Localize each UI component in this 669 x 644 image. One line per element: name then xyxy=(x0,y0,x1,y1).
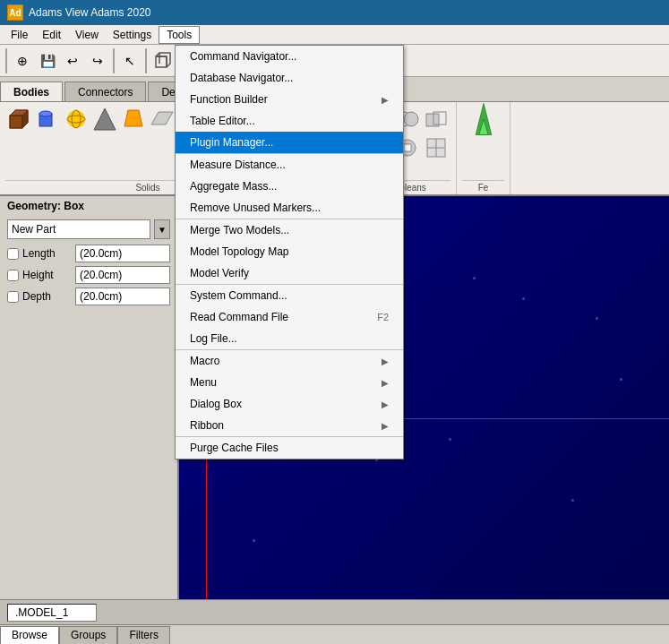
ribbon-torus-icon[interactable] xyxy=(91,106,118,133)
menu-menu[interactable]: Menu ▶ xyxy=(176,372,403,393)
menu-purge-cache-files-label: Purge Cache Files xyxy=(190,442,279,454)
menu-plugin-manager-label: Plugin Manager... xyxy=(190,136,273,149)
tab-bodies[interactable]: Bodies xyxy=(0,82,63,101)
menu-edit[interactable]: Edit xyxy=(35,27,68,43)
menu-plugin-manager[interactable]: Plugin Manager... xyxy=(176,132,403,153)
menu-view[interactable]: View xyxy=(68,27,106,43)
model-name: .MODEL_1 xyxy=(7,604,97,622)
menu-function-builder-arrow: ▶ xyxy=(382,95,389,105)
menu-settings[interactable]: Settings xyxy=(106,27,159,43)
menu-remove-unused-markers[interactable]: Remove Unused Markers... xyxy=(176,197,403,219)
dropdown-menu: Command Navigator... Database Navigator.… xyxy=(175,45,404,459)
menu-table-editor[interactable]: Table Editor... xyxy=(176,110,403,132)
menu-group-5: Macro ▶ Menu ▶ Dialog Box ▶ Ribbon ▶ xyxy=(176,350,403,437)
menu-model-topology-map[interactable]: Model Topology Map xyxy=(176,241,403,262)
tab-connectors[interactable]: Connectors xyxy=(64,82,146,101)
menu-purge-cache-files[interactable]: Purge Cache Files xyxy=(176,437,403,459)
svg-point-50 xyxy=(404,112,418,126)
ribbon-plate-icon[interactable] xyxy=(149,106,176,133)
toolbar-new-btn[interactable]: ⊕ xyxy=(11,49,34,73)
svg-rect-56 xyxy=(404,144,411,151)
length-label: Length xyxy=(22,247,72,260)
menu-measure-distance-label: Measure Distance... xyxy=(190,159,286,171)
svg-marker-37 xyxy=(151,112,173,125)
depth-field-row: Depth (20.0cm) xyxy=(0,286,177,307)
bottom-tab-groups[interactable]: Groups xyxy=(59,626,117,644)
menu-dialog-box[interactable]: Dialog Box ▶ xyxy=(176,393,403,415)
menu-macro[interactable]: Macro ▶ xyxy=(176,350,403,372)
menu-aggregate-mass-label: Aggregate Mass... xyxy=(190,180,277,193)
height-field-row: Height (20.0cm) xyxy=(0,264,177,286)
menu-system-command-label: System Command... xyxy=(190,289,287,302)
bottom-tabs: Browse Groups Filters xyxy=(0,624,669,644)
menu-system-command[interactable]: System Command... xyxy=(176,285,403,306)
length-field-row: Length (20.0cm) xyxy=(0,243,177,264)
menu-remove-unused-markers-label: Remove Unused Markers... xyxy=(190,202,321,214)
menu-log-file-label: Log File... xyxy=(190,332,237,345)
toolbar-separator-3 xyxy=(145,48,147,73)
toolbar-separator-1 xyxy=(5,48,7,73)
menu-group-2: Measure Distance... Aggregate Mass... Re… xyxy=(176,154,403,219)
ribbon-sphere-icon[interactable] xyxy=(63,106,90,133)
svg-point-32 xyxy=(67,110,85,128)
ribbon-bool3-icon[interactable] xyxy=(423,106,450,133)
part-dropdown[interactable]: New Part xyxy=(7,219,150,239)
toolbar-save-btn[interactable]: 💾 xyxy=(36,49,59,73)
toolbar-select-btn[interactable]: ↖ xyxy=(118,49,142,73)
menu-group-6: Purge Cache Files xyxy=(176,437,403,459)
length-checkbox[interactable] xyxy=(7,248,19,260)
menu-ribbon-label: Ribbon xyxy=(190,419,224,432)
menu-read-command-file[interactable]: Read Command File F2 xyxy=(176,306,403,328)
menu-file[interactable]: File xyxy=(4,27,35,43)
menu-merge-two-models-label: Merge Two Models... xyxy=(190,224,289,236)
ribbon-frustum-icon[interactable] xyxy=(120,106,147,133)
menu-table-editor-label: Table Editor... xyxy=(190,115,255,127)
bottom-tab-filters[interactable]: Filters xyxy=(117,626,170,644)
menu-database-navigator-label: Database Navigator... xyxy=(190,72,293,84)
svg-marker-35 xyxy=(94,108,116,130)
svg-marker-36 xyxy=(124,110,142,126)
menu-aggregate-mass[interactable]: Aggregate Mass... xyxy=(176,176,403,197)
geometry-label: Geometry: Box xyxy=(0,196,177,216)
menu-tools[interactable]: Tools xyxy=(159,26,200,44)
menu-group-1: Command Navigator... Database Navigator.… xyxy=(176,46,403,154)
menu-log-file[interactable]: Log File... xyxy=(176,328,403,349)
menu-model-verify[interactable]: Model Verify xyxy=(176,262,403,284)
menu-database-navigator[interactable]: Database Navigator... xyxy=(176,67,403,89)
toolbar-undo-btn[interactable]: ↩ xyxy=(61,49,84,73)
menu-ribbon-arrow: ▶ xyxy=(382,421,389,431)
ribbon-feature-icon[interactable] xyxy=(470,106,497,133)
height-value[interactable]: (20.0cm) xyxy=(75,266,170,284)
ribbon-bool6-icon[interactable] xyxy=(423,134,450,161)
ribbon-box-icon[interactable] xyxy=(5,106,32,133)
part-dropdown-arrow[interactable]: ▼ xyxy=(154,219,170,239)
ribbon-features-label: Fe xyxy=(462,180,504,193)
ribbon-section-features: Fe xyxy=(457,102,510,194)
toolbar-separator-2 xyxy=(113,48,115,73)
menu-command-navigator-label: Command Navigator... xyxy=(190,50,296,63)
depth-label: Depth xyxy=(22,290,72,303)
length-value[interactable]: (20.0cm) xyxy=(75,245,170,262)
ribbon-cylinder-icon[interactable] xyxy=(34,106,61,133)
menu-function-builder[interactable]: Function Builder ▶ xyxy=(176,89,403,110)
menu-measure-distance[interactable]: Measure Distance... xyxy=(176,154,403,176)
menu-macro-arrow: ▶ xyxy=(382,356,389,366)
toolbar-cube-btn[interactable] xyxy=(150,49,174,73)
menu-command-navigator[interactable]: Command Navigator... xyxy=(176,46,403,67)
depth-value[interactable]: (20.0cm) xyxy=(75,288,170,305)
height-label: Height xyxy=(22,269,72,281)
menu-ribbon[interactable]: Ribbon ▶ xyxy=(176,415,403,436)
menu-function-builder-label: Function Builder xyxy=(190,93,268,106)
height-checkbox[interactable] xyxy=(7,270,19,281)
bottom-tab-browse[interactable]: Browse xyxy=(0,626,59,644)
toolbar-redo-btn[interactable]: ↪ xyxy=(86,49,109,73)
menu-read-command-file-shortcut: F2 xyxy=(377,312,389,322)
svg-point-31 xyxy=(39,111,52,116)
depth-checkbox[interactable] xyxy=(7,291,19,303)
menu-merge-two-models[interactable]: Merge Two Models... xyxy=(176,219,403,241)
menu-bar: File Edit View Settings Tools xyxy=(0,25,669,45)
menu-model-topology-map-label: Model Topology Map xyxy=(190,245,289,258)
menu-group-4: System Command... Read Command File F2 L… xyxy=(176,285,403,350)
app-title: Adams View Adams 2020 xyxy=(29,6,151,19)
left-panel: Geometry: Box New Part ▼ Length (20.0cm)… xyxy=(0,196,179,599)
